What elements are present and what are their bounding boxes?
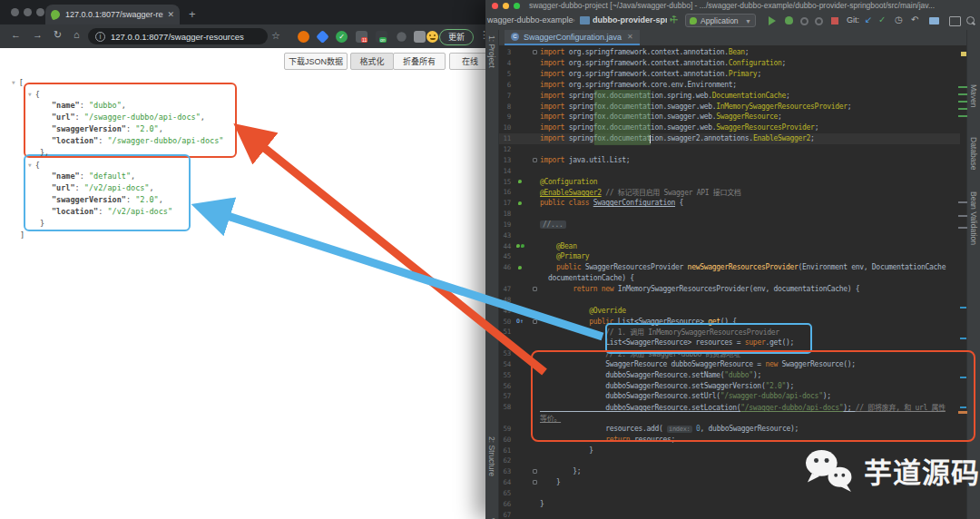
json-line[interactable]: "location": "/swagger-dubbo/api-docs"	[52, 135, 223, 147]
extension-icon[interactable]	[397, 32, 406, 41]
tool-button-structure[interactable]: 2: Structure	[487, 436, 496, 476]
fold-marker[interactable]	[529, 287, 540, 291]
extension-icon[interactable]	[316, 30, 329, 44]
error-stripe-mark[interactable]	[958, 101, 967, 103]
json-line[interactable]: "url": "/v2/api-docs",	[52, 182, 154, 194]
tool-button-project[interactable]: 1: Project	[487, 35, 496, 68]
error-stripe-mark[interactable]	[958, 108, 967, 110]
editor-tab[interactable]: C SwaggerConfiguration.java ✕	[505, 30, 640, 45]
code-line[interactable]: 57 dubboSwaggerResource.setUrl("/swagger…	[498, 391, 960, 402]
code-line[interactable]: 50O↑ public List<SwaggerResource> get() …	[498, 316, 960, 327]
error-stripe-mark[interactable]	[958, 227, 967, 229]
json-button-0[interactable]: 下载JSON数据	[284, 53, 348, 70]
code-line[interactable]: 18	[498, 209, 960, 220]
fold-marker[interactable]	[529, 319, 540, 324]
tab-close-icon[interactable]: ✕	[167, 10, 174, 19]
code-line[interactable]: 15@Configuration	[498, 176, 960, 187]
extension-smiley-icon[interactable]	[426, 31, 438, 43]
tab-close-icon[interactable]: ✕	[627, 33, 633, 41]
extension-icon[interactable]	[298, 31, 309, 43]
code-line[interactable]: 44 @Bean	[498, 240, 960, 251]
json-line[interactable]: "swaggerVersion": "2.0",	[52, 123, 163, 135]
breadcrumb[interactable]: dubbo-provider-spri	[593, 15, 667, 24]
git-update-icon[interactable]: ↙	[865, 15, 872, 24]
code-line[interactable]: 52 List<SwaggerResource> resources = sup…	[498, 338, 960, 348]
code-line[interactable]: 7import springfox.documentation.spring.w…	[498, 90, 960, 101]
fold-marker[interactable]	[529, 158, 540, 162]
code-line[interactable]: 67	[498, 509, 960, 519]
profiler-button[interactable]	[815, 17, 823, 25]
code-line[interactable]: 14	[498, 165, 960, 176]
code-line[interactable]: 13import java.util.List;	[498, 154, 960, 165]
code-line[interactable]: 6import org.springframework.core.env.Env…	[498, 80, 960, 91]
code-line[interactable]: 51 // 1. 调用 InMemorySwaggerResourcesProv…	[498, 327, 960, 338]
json-line[interactable]: ▼[	[12, 76, 24, 88]
extension-icon[interactable]: on	[376, 31, 387, 43]
tool-button-maven[interactable]: Maven	[969, 84, 978, 108]
site-info-icon[interactable]: i	[95, 32, 105, 42]
search-everywhere-icon[interactable]	[966, 16, 975, 24]
chrome-update-button[interactable]: 更新	[439, 29, 474, 45]
tool-button-database[interactable]: Database	[969, 137, 978, 170]
json-button-1[interactable]: 格式化	[350, 53, 394, 70]
address-bar[interactable]: i 127.0.0.1:8077/swagger-resources	[88, 28, 268, 44]
debug-button[interactable]	[785, 16, 793, 24]
code-line[interactable]: 5import org.springframework.context.anno…	[498, 69, 960, 80]
error-stripe-mark[interactable]	[960, 338, 966, 339]
code-line[interactable]: 59 resources.add( index: 0, dubboSwagger…	[498, 424, 960, 435]
coverage-button[interactable]	[800, 17, 808, 25]
extensions-puzzle-icon[interactable]	[414, 31, 426, 43]
code-line[interactable]: 3import org.springframework.context.anno…	[498, 47, 960, 58]
extension-icon[interactable]: 11	[356, 31, 368, 43]
code-line[interactable]: 48	[498, 294, 960, 305]
code-line[interactable]: 12	[498, 144, 960, 155]
window-close-icon[interactable]	[11, 8, 19, 16]
git-commit-icon[interactable]: ✓	[878, 15, 886, 24]
terminal-icon[interactable]	[949, 16, 961, 26]
run-button[interactable]	[769, 16, 776, 25]
json-line[interactable]: "name": "default",	[52, 171, 135, 182]
rollback-icon[interactable]: ↶	[911, 15, 918, 24]
code-line[interactable]: 8import springfox.documentation.swagger.…	[498, 101, 960, 112]
extension-icon[interactable]: ✓	[336, 31, 348, 43]
fold-marker[interactable]	[529, 50, 540, 54]
new-tab-button[interactable]: +	[189, 7, 196, 21]
code-line[interactable]: 45 @Primary	[498, 251, 960, 262]
code-line[interactable]: 10import springfox.documentation.swagger…	[498, 122, 960, 133]
window-minimize-icon[interactable]	[503, 3, 509, 9]
home-icon[interactable]: ⌂	[74, 29, 80, 40]
reload-icon[interactable]: ↻	[54, 29, 62, 41]
json-line[interactable]: },	[40, 147, 49, 159]
error-stripe-mark[interactable]	[958, 411, 967, 414]
json-line[interactable]: ▼{	[28, 88, 40, 100]
json-line[interactable]: "swaggerVersion": "2.0",	[52, 194, 163, 206]
json-line[interactable]: "location": "/v2/api-docs"	[52, 206, 172, 218]
code-line[interactable]: documentationCache) {	[498, 273, 960, 284]
code-line[interactable]: 49 @Override	[498, 305, 960, 316]
code-line[interactable]: 66}	[498, 498, 960, 509]
error-stripe-mark[interactable]	[960, 377, 966, 378]
error-stripe-mark[interactable]	[960, 307, 966, 308]
code-line[interactable]: 60 return resources;	[498, 434, 960, 445]
code-line[interactable]: 17public class SwaggerConfiguration {	[498, 198, 960, 209]
window-zoom-icon[interactable]	[514, 3, 520, 9]
code-line[interactable]: 58 dubboSwaggerResource.setLocation("/sw…	[498, 402, 960, 413]
error-stripe-mark[interactable]	[961, 52, 966, 56]
error-stripe-mark[interactable]	[958, 93, 967, 95]
code-line[interactable]: 19//...	[498, 220, 960, 230]
code-line[interactable]: 47 return new InMemorySwaggerResourcesPr…	[498, 284, 960, 295]
tool-button-bean-validation[interactable]: Bean Validation	[969, 191, 978, 245]
code-line[interactable]: 16@EnableSwagger2 // 标记项目启用 Swagger API …	[498, 187, 960, 198]
code-line[interactable]: 9import springfox.documentation.swagger.…	[498, 112, 960, 122]
error-stripe-mark[interactable]	[958, 115, 967, 117]
stop-button[interactable]	[831, 17, 838, 24]
code-line[interactable]: 55 dubboSwaggerResource.setName("dubbo")…	[498, 369, 960, 380]
bookmark-star-icon[interactable]: ☆	[271, 30, 280, 42]
back-icon[interactable]: ←	[11, 29, 21, 40]
history-clock-icon[interactable]: ◷	[895, 15, 903, 24]
code-line[interactable]: 46 public SwaggerResourcesProvider newSw…	[498, 262, 960, 273]
error-stripe-mark[interactable]	[958, 215, 967, 217]
code-line[interactable]: 等价。	[498, 413, 960, 424]
forward-icon[interactable]: →	[33, 29, 43, 40]
browser-tab[interactable]: 127.0.0.1:8077/swagger-resou ✕	[45, 5, 180, 24]
